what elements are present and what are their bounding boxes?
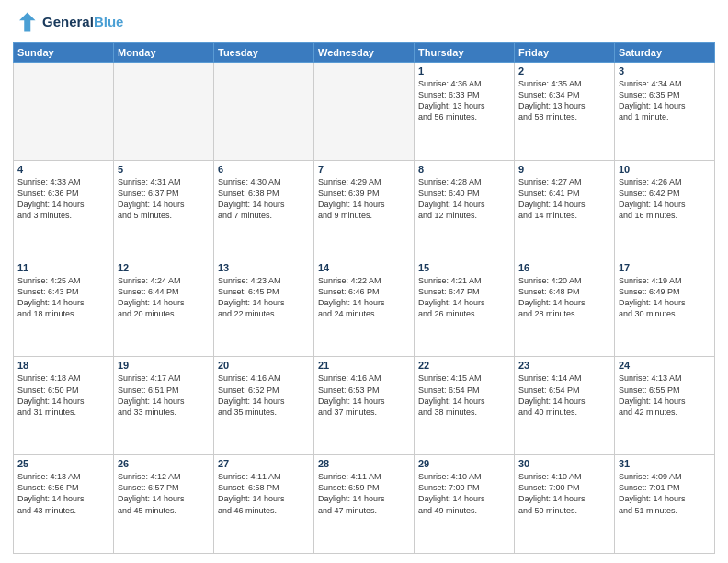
header: GeneralBlue xyxy=(13,9,715,35)
calendar-day xyxy=(314,63,415,161)
calendar-day: 9Sunrise: 4:27 AMSunset: 6:41 PMDaylight… xyxy=(515,160,615,259)
calendar-day: 27Sunrise: 4:11 AMSunset: 6:58 PMDayligh… xyxy=(214,455,314,554)
day-info: Sunrise: 4:28 AMSunset: 6:40 PMDaylight:… xyxy=(418,177,510,222)
day-number: 3 xyxy=(619,65,711,76)
day-info: Sunrise: 4:24 AMSunset: 6:44 PMDaylight:… xyxy=(118,275,210,320)
day-info: Sunrise: 4:20 AMSunset: 6:48 PMDaylight:… xyxy=(518,275,610,320)
day-info: Sunrise: 4:15 AMSunset: 6:54 PMDaylight:… xyxy=(418,373,510,418)
day-info: Sunrise: 4:33 AMSunset: 6:36 PMDaylight:… xyxy=(17,177,109,222)
weekday-header: Monday xyxy=(114,43,214,63)
calendar-day: 29Sunrise: 4:10 AMSunset: 7:00 PMDayligh… xyxy=(415,455,515,554)
calendar-day: 24Sunrise: 4:13 AMSunset: 6:55 PMDayligh… xyxy=(615,357,715,455)
page: GeneralBlue SundayMondayTuesdayWednesday… xyxy=(0,0,728,563)
day-number: 7 xyxy=(318,164,410,175)
day-info: Sunrise: 4:09 AMSunset: 7:01 PMDaylight:… xyxy=(619,471,711,516)
day-info: Sunrise: 4:30 AMSunset: 6:38 PMDaylight:… xyxy=(218,177,310,222)
day-number: 17 xyxy=(619,262,711,273)
day-info: Sunrise: 4:35 AMSunset: 6:34 PMDaylight:… xyxy=(518,78,610,123)
weekday-header: Wednesday xyxy=(314,43,415,63)
weekday-header: Friday xyxy=(515,43,615,63)
day-info: Sunrise: 4:14 AMSunset: 6:54 PMDaylight:… xyxy=(518,373,610,418)
calendar-day: 10Sunrise: 4:26 AMSunset: 6:42 PMDayligh… xyxy=(615,160,715,259)
day-info: Sunrise: 4:21 AMSunset: 6:47 PMDaylight:… xyxy=(418,275,510,320)
calendar-day: 5Sunrise: 4:31 AMSunset: 6:37 PMDaylight… xyxy=(114,160,214,259)
calendar-day: 21Sunrise: 4:16 AMSunset: 6:53 PMDayligh… xyxy=(314,357,415,455)
day-info: Sunrise: 4:36 AMSunset: 6:33 PMDaylight:… xyxy=(418,78,510,123)
calendar-week-row: 11Sunrise: 4:25 AMSunset: 6:43 PMDayligh… xyxy=(14,259,715,357)
day-info: Sunrise: 4:26 AMSunset: 6:42 PMDaylight:… xyxy=(619,177,711,222)
logo: GeneralBlue xyxy=(13,9,123,35)
day-info: Sunrise: 4:34 AMSunset: 6:35 PMDaylight:… xyxy=(619,78,711,123)
day-info: Sunrise: 4:16 AMSunset: 6:53 PMDaylight:… xyxy=(318,373,410,418)
calendar-day: 22Sunrise: 4:15 AMSunset: 6:54 PMDayligh… xyxy=(415,357,515,455)
day-info: Sunrise: 4:10 AMSunset: 7:00 PMDaylight:… xyxy=(518,471,610,516)
day-number: 10 xyxy=(619,164,711,175)
day-info: Sunrise: 4:11 AMSunset: 6:58 PMDaylight:… xyxy=(218,471,310,516)
day-info: Sunrise: 4:13 AMSunset: 6:55 PMDaylight:… xyxy=(619,373,711,418)
day-number: 20 xyxy=(218,360,310,371)
logo-icon xyxy=(13,9,39,35)
logo-text: GeneralBlue xyxy=(42,14,123,30)
day-number: 28 xyxy=(318,458,410,469)
calendar-day: 3Sunrise: 4:34 AMSunset: 6:35 PMDaylight… xyxy=(615,63,715,161)
day-number: 12 xyxy=(118,262,210,273)
calendar-day: 14Sunrise: 4:22 AMSunset: 6:46 PMDayligh… xyxy=(314,259,415,357)
day-number: 11 xyxy=(17,262,109,273)
calendar-day: 26Sunrise: 4:12 AMSunset: 6:57 PMDayligh… xyxy=(114,455,214,554)
weekday-header: Saturday xyxy=(615,43,715,63)
calendar-day: 23Sunrise: 4:14 AMSunset: 6:54 PMDayligh… xyxy=(515,357,615,455)
calendar-day: 16Sunrise: 4:20 AMSunset: 6:48 PMDayligh… xyxy=(515,259,615,357)
day-number: 25 xyxy=(17,458,109,469)
calendar-table: SundayMondayTuesdayWednesdayThursdayFrid… xyxy=(13,42,715,554)
calendar-day: 7Sunrise: 4:29 AMSunset: 6:39 PMDaylight… xyxy=(314,160,415,259)
calendar-day: 25Sunrise: 4:13 AMSunset: 6:56 PMDayligh… xyxy=(14,455,114,554)
calendar-day: 19Sunrise: 4:17 AMSunset: 6:51 PMDayligh… xyxy=(114,357,214,455)
calendar-day: 20Sunrise: 4:16 AMSunset: 6:52 PMDayligh… xyxy=(214,357,314,455)
day-number: 6 xyxy=(218,164,310,175)
day-number: 21 xyxy=(318,360,410,371)
calendar-day: 18Sunrise: 4:18 AMSunset: 6:50 PMDayligh… xyxy=(14,357,114,455)
calendar-day: 1Sunrise: 4:36 AMSunset: 6:33 PMDaylight… xyxy=(415,63,515,161)
calendar-day xyxy=(14,63,114,161)
calendar-day: 17Sunrise: 4:19 AMSunset: 6:49 PMDayligh… xyxy=(615,259,715,357)
day-info: Sunrise: 4:23 AMSunset: 6:45 PMDaylight:… xyxy=(218,275,310,320)
day-number: 4 xyxy=(17,164,109,175)
day-number: 23 xyxy=(518,360,610,371)
calendar-day: 6Sunrise: 4:30 AMSunset: 6:38 PMDaylight… xyxy=(214,160,314,259)
day-number: 22 xyxy=(418,360,510,371)
svg-marker-1 xyxy=(19,13,36,32)
day-number: 9 xyxy=(518,164,610,175)
day-number: 19 xyxy=(118,360,210,371)
day-number: 18 xyxy=(17,360,109,371)
day-info: Sunrise: 4:12 AMSunset: 6:57 PMDaylight:… xyxy=(118,471,210,516)
day-number: 13 xyxy=(218,262,310,273)
day-number: 31 xyxy=(619,458,711,469)
day-number: 16 xyxy=(518,262,610,273)
day-number: 30 xyxy=(518,458,610,469)
calendar-day: 11Sunrise: 4:25 AMSunset: 6:43 PMDayligh… xyxy=(14,259,114,357)
day-number: 5 xyxy=(118,164,210,175)
calendar-day: 8Sunrise: 4:28 AMSunset: 6:40 PMDaylight… xyxy=(415,160,515,259)
day-info: Sunrise: 4:17 AMSunset: 6:51 PMDaylight:… xyxy=(118,373,210,418)
day-info: Sunrise: 4:22 AMSunset: 6:46 PMDaylight:… xyxy=(318,275,410,320)
day-info: Sunrise: 4:18 AMSunset: 6:50 PMDaylight:… xyxy=(17,373,109,418)
calendar-day xyxy=(114,63,214,161)
day-number: 29 xyxy=(418,458,510,469)
calendar-day xyxy=(214,63,314,161)
calendar-week-row: 18Sunrise: 4:18 AMSunset: 6:50 PMDayligh… xyxy=(14,357,715,455)
weekday-header: Thursday xyxy=(415,43,515,63)
calendar-week-row: 1Sunrise: 4:36 AMSunset: 6:33 PMDaylight… xyxy=(14,63,715,161)
calendar-day: 30Sunrise: 4:10 AMSunset: 7:00 PMDayligh… xyxy=(515,455,615,554)
day-info: Sunrise: 4:29 AMSunset: 6:39 PMDaylight:… xyxy=(318,177,410,222)
day-info: Sunrise: 4:16 AMSunset: 6:52 PMDaylight:… xyxy=(218,373,310,418)
calendar-day: 4Sunrise: 4:33 AMSunset: 6:36 PMDaylight… xyxy=(14,160,114,259)
day-number: 14 xyxy=(318,262,410,273)
day-info: Sunrise: 4:27 AMSunset: 6:41 PMDaylight:… xyxy=(518,177,610,222)
calendar-day: 2Sunrise: 4:35 AMSunset: 6:34 PMDaylight… xyxy=(515,63,615,161)
calendar-day: 28Sunrise: 4:11 AMSunset: 6:59 PMDayligh… xyxy=(314,455,415,554)
day-info: Sunrise: 4:25 AMSunset: 6:43 PMDaylight:… xyxy=(17,275,109,320)
day-number: 24 xyxy=(619,360,711,371)
day-info: Sunrise: 4:13 AMSunset: 6:56 PMDaylight:… xyxy=(17,471,109,516)
day-number: 8 xyxy=(418,164,510,175)
day-number: 15 xyxy=(418,262,510,273)
